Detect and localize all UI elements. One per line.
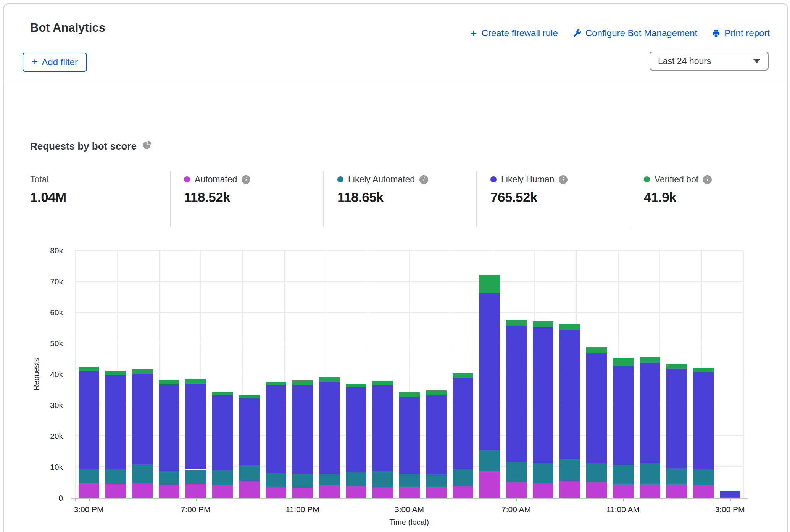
bar-segment-verified-bot[interactable] <box>640 357 660 363</box>
bar-segment-likely-automated[interactable] <box>105 469 126 484</box>
bar-segment-verified-bot[interactable] <box>346 384 366 388</box>
bar-segment-automated[interactable] <box>426 487 447 498</box>
bar-segment-likely-human[interactable] <box>79 371 99 469</box>
bar-segment-likely-human[interactable] <box>399 397 420 474</box>
bar-segment-verified-bot[interactable] <box>693 368 714 372</box>
bar-segment-likely-automated[interactable] <box>586 463 607 482</box>
bar-segment-automated[interactable] <box>399 487 420 498</box>
bar-segment-likely-automated[interactable] <box>613 465 634 484</box>
bar-segment-likely-human[interactable] <box>506 326 527 462</box>
bar-segment-verified-bot[interactable] <box>453 373 473 378</box>
bar-segment-verified-bot[interactable] <box>319 377 340 382</box>
bar-segment-verified-bot[interactable] <box>399 392 420 397</box>
bar-segment-verified-bot[interactable] <box>239 395 260 398</box>
bar-segment-verified-bot[interactable] <box>266 382 286 385</box>
bar-segment-automated[interactable] <box>212 485 233 498</box>
bar-segment-likely-human[interactable] <box>533 327 553 463</box>
bar-segment-likely-human[interactable] <box>132 374 153 464</box>
add-filter-button[interactable]: + Add filter <box>23 53 87 72</box>
bar-segment-likely-automated[interactable] <box>292 474 313 488</box>
bar-segment-automated[interactable] <box>453 486 473 498</box>
bar-segment-verified-bot[interactable] <box>720 491 740 491</box>
bar-segment-likely-automated[interactable] <box>666 468 687 484</box>
bar-segment-likely-human[interactable] <box>479 293 500 450</box>
configure-bot-management-link[interactable]: Configure Bot Management <box>572 28 698 39</box>
bar-segment-likely-human[interactable] <box>292 385 313 474</box>
bar-segment-likely-human[interactable] <box>613 366 634 465</box>
bar-segment-verified-bot[interactable] <box>372 381 393 385</box>
bar-segment-likely-automated[interactable] <box>132 464 153 483</box>
bar-segment-likely-automated[interactable] <box>453 469 473 486</box>
bar-segment-likely-human[interactable] <box>693 372 714 469</box>
bar-segment-likely-automated[interactable] <box>640 463 660 484</box>
bar-segment-verified-bot[interactable] <box>586 347 607 353</box>
bar-segment-verified-bot[interactable] <box>185 379 206 384</box>
bar-segment-verified-bot[interactable] <box>559 324 580 329</box>
bar-segment-automated[interactable] <box>79 483 99 498</box>
bar-segment-automated[interactable] <box>372 487 393 498</box>
bar-segment-likely-human[interactable] <box>426 395 447 474</box>
bar-segment-likely-human[interactable] <box>319 382 340 474</box>
bar-segment-verified-bot[interactable] <box>79 367 99 371</box>
bar-segment-verified-bot[interactable] <box>506 320 527 326</box>
bar-segment-verified-bot[interactable] <box>132 369 153 374</box>
bar-segment-verified-bot[interactable] <box>533 321 553 327</box>
bar-segment-automated[interactable] <box>613 484 634 498</box>
create-firewall-rule-link[interactable]: Create firewall rule <box>469 28 558 39</box>
bar-segment-likely-human[interactable] <box>720 491 740 497</box>
bar-segment-verified-bot[interactable] <box>212 392 233 395</box>
bar-segment-automated[interactable] <box>533 483 553 498</box>
bar-segment-automated[interactable] <box>693 485 714 498</box>
bar-segment-likely-automated[interactable] <box>159 471 179 485</box>
bar-segment-likely-human[interactable] <box>586 353 607 463</box>
bar-segment-automated[interactable] <box>266 487 286 498</box>
bar-segment-automated[interactable] <box>105 484 126 498</box>
bar-segment-verified-bot[interactable] <box>292 380 313 385</box>
info-icon[interactable]: i <box>419 175 428 184</box>
bar-segment-automated[interactable] <box>346 486 366 498</box>
bar-segment-automated[interactable] <box>506 482 527 498</box>
bar-segment-likely-human[interactable] <box>105 375 126 469</box>
bar-segment-automated[interactable] <box>586 482 607 498</box>
bar-segment-verified-bot[interactable] <box>105 371 126 375</box>
bar-segment-likely-human[interactable] <box>185 384 206 470</box>
bar-segment-likely-human[interactable] <box>666 369 687 468</box>
info-icon[interactable]: i <box>559 175 568 184</box>
print-report-link[interactable]: Print report <box>712 28 770 39</box>
bar-segment-likely-human[interactable] <box>212 395 233 470</box>
bar-segment-automated[interactable] <box>640 484 660 498</box>
bar-segment-likely-automated[interactable] <box>212 470 233 485</box>
bar-segment-likely-automated[interactable] <box>79 469 99 483</box>
bar-segment-likely-human[interactable] <box>372 385 393 472</box>
bar-segment-likely-human[interactable] <box>239 398 260 466</box>
bar-segment-likely-human[interactable] <box>453 378 473 469</box>
bar-segment-likely-automated[interactable] <box>346 472 366 486</box>
bar-segment-likely-automated[interactable] <box>506 462 527 482</box>
bar-segment-verified-bot[interactable] <box>426 390 447 395</box>
bar-segment-likely-automated[interactable] <box>185 470 206 484</box>
bar-segment-likely-automated[interactable] <box>559 459 580 481</box>
bar-segment-likely-automated[interactable] <box>372 471 393 487</box>
bar-segment-likely-human[interactable] <box>266 385 286 473</box>
bar-segment-verified-bot[interactable] <box>666 364 687 369</box>
bar-segment-likely-automated[interactable] <box>266 473 286 487</box>
bar-segment-verified-bot[interactable] <box>613 358 634 366</box>
bar-segment-automated[interactable] <box>479 471 500 498</box>
bar-segment-automated[interactable] <box>239 481 260 498</box>
bar-segment-automated[interactable] <box>292 488 313 498</box>
bar-segment-likely-automated[interactable] <box>239 465 260 481</box>
info-icon[interactable]: i <box>242 175 250 184</box>
bar-segment-automated[interactable] <box>319 485 340 498</box>
bar-segment-likely-automated[interactable] <box>426 474 447 488</box>
bar-segment-automated[interactable] <box>666 484 687 498</box>
bar-segment-automated[interactable] <box>559 481 580 498</box>
time-range-select[interactable]: Last 24 hours <box>650 52 769 71</box>
bar-segment-automated[interactable] <box>132 483 153 498</box>
bar-segment-automated[interactable] <box>159 485 179 498</box>
bar-segment-likely-human[interactable] <box>159 384 179 471</box>
bar-segment-likely-human[interactable] <box>559 330 580 459</box>
bar-segment-likely-automated[interactable] <box>399 474 420 487</box>
bar-segment-verified-bot[interactable] <box>159 380 179 384</box>
info-icon[interactable]: i <box>703 175 712 184</box>
bar-segment-likely-human[interactable] <box>346 387 366 472</box>
